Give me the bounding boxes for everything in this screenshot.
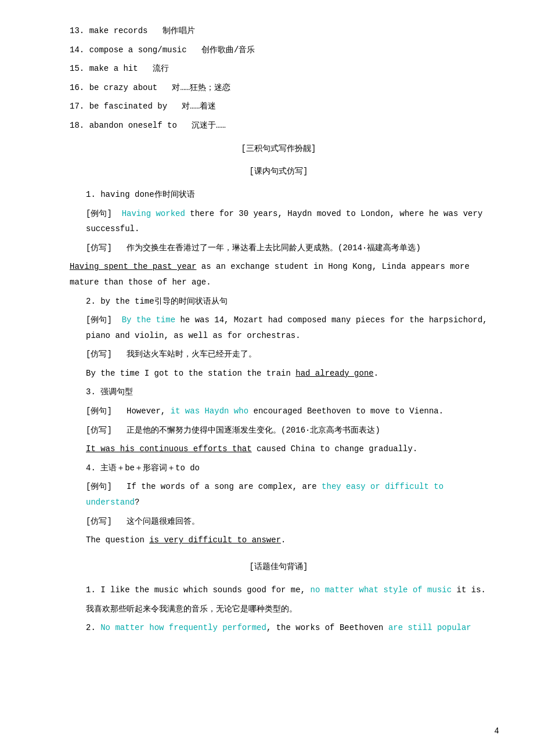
part3: 3. 强调句型 [例句] However, it was Haydn who e…: [70, 384, 488, 456]
item-cn: 对……着迷: [182, 102, 216, 111]
example-label: [例句]: [86, 209, 112, 218]
part2: 2. by the time引导的时间状语从句 [例句] By the time…: [70, 294, 488, 381]
part2-example: [例句] By the time he was 14, Mozart had c…: [86, 312, 488, 343]
item-num: 16.: [70, 83, 84, 92]
item-en: be crazy about: [89, 83, 158, 92]
sentence1-text: 1. I like the music which sounds good fo…: [86, 582, 488, 598]
sentence2-text: 2. No matter how frequently performed, t…: [86, 620, 488, 636]
part4-heading: 4. 主语＋be＋形容词＋to do: [86, 460, 488, 476]
part4-imitate: [仿写] 这个问题很难回答。: [86, 514, 488, 530]
item-en: abandon oneself to: [89, 121, 177, 130]
item-en: make records: [89, 26, 148, 35]
list-item: 15. make a hit 流行: [70, 61, 488, 77]
item-en: compose a song/music: [89, 45, 187, 55]
example-highlight: Having worked: [122, 209, 185, 218]
part1-imitate-label: [仿写] 作为交换生在香港过了一年，琳达看上去比同龄人更成熟。(2014·福建高…: [86, 240, 488, 256]
part4: 4. 主语＋be＋形容词＋to do [例句] If the words of …: [70, 460, 488, 548]
part4-answer: The question is very difficult to answer…: [86, 532, 488, 548]
part4-example: [例句] If the words of a song are complex,…: [86, 479, 488, 510]
list-item: 17. be fascinated by 对……着迷: [70, 99, 488, 114]
item-cn: 沉迷于……: [192, 121, 226, 130]
sentence1-cn: 我喜欢那些听起来令我满意的音乐，无论它是哪种类型的。: [86, 602, 488, 617]
vocab-list: 13. make records 制作唱片 14. compose a song…: [70, 23, 488, 134]
item-num: 18.: [70, 121, 84, 130]
section1-subtitle: [课内句式仿写]: [70, 164, 488, 179]
sentence2-block: 2. No matter how frequently performed, t…: [70, 620, 488, 636]
part1-answer: Having spent the past year as an exchang…: [70, 259, 488, 290]
part1-heading: 1. having done作时间状语: [86, 187, 488, 203]
part1-answer-underline: Having spent the past year: [70, 262, 196, 271]
part2-answer: By the time I got to the station the tra…: [86, 366, 488, 381]
part2-imitate: [仿写] 我到达火车站时，火车已经开走了。: [86, 347, 488, 362]
sentence1-block: 1. I like the music which sounds good fo…: [70, 582, 488, 617]
item-cn: 对……狂热；迷恋: [172, 83, 230, 92]
item-cn: 制作唱片: [163, 26, 195, 35]
item-num: 14.: [70, 45, 84, 55]
item-num: 13.: [70, 26, 84, 35]
part1-example: [例句] Having worked there for 30 years, H…: [86, 206, 488, 237]
part1: 1. having done作时间状语 [例句] Having worked t…: [70, 187, 488, 290]
section1-title: [三积句式写作扮靓]: [70, 142, 488, 156]
part3-example: [例句] However, it was Haydn who encourage…: [86, 404, 488, 419]
page-content: 13. make records 制作唱片 14. compose a song…: [70, 23, 488, 636]
part2-heading: 2. by the time引导的时间状语从句: [86, 294, 488, 309]
item-en: make a hit: [89, 64, 138, 73]
item-en: be fascinated by: [89, 102, 167, 111]
item-num: 17.: [70, 102, 84, 111]
part3-imitate: [仿写] 正是他的不懈努力使得中国逐渐发生变化。(2016·北京高考书面表达): [86, 423, 488, 438]
list-item: 14. compose a song/music 创作歌曲/音乐: [70, 42, 488, 58]
page-number: 4: [495, 724, 499, 739]
list-item: 16. be crazy about 对……狂热；迷恋: [70, 80, 488, 96]
list-item: 13. make records 制作唱片: [70, 23, 488, 39]
item-cn: 创作歌曲/音乐: [201, 45, 255, 55]
item-cn: 流行: [153, 64, 169, 73]
item-num: 15.: [70, 64, 84, 73]
part3-heading: 3. 强调句型: [86, 384, 488, 400]
part3-answer: It was his continuous efforts that cause…: [86, 441, 488, 457]
list-item: 18. abandon oneself to 沉迷于……: [70, 118, 488, 134]
section2-title: [话题佳句背诵]: [70, 560, 488, 574]
